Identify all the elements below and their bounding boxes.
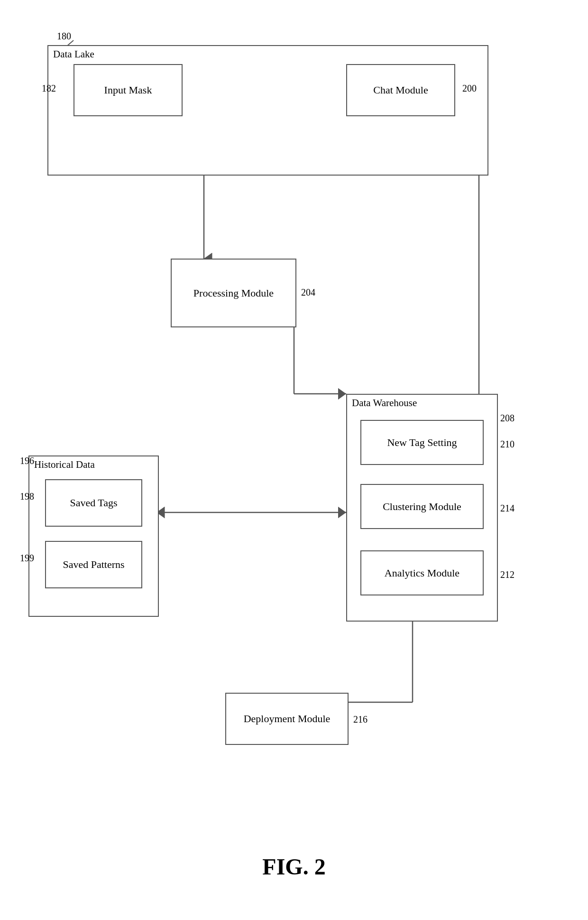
ref-200: 200 xyxy=(462,83,477,94)
ref-212: 212 xyxy=(500,569,514,580)
ref-198: 198 xyxy=(20,491,34,502)
diagram-container: 180 Data Lake 182 Input Mask Chat Module… xyxy=(0,0,588,920)
ref-214: 214 xyxy=(500,503,514,514)
deployment-module-box: Deployment Module xyxy=(225,693,349,745)
chat-module-box: Chat Module xyxy=(346,64,455,116)
clustering-module-box: Clustering Module xyxy=(360,484,484,529)
processing-module-box: Processing Module xyxy=(171,259,296,327)
input-mask-box: Input Mask xyxy=(74,64,183,116)
saved-patterns-box: Saved Patterns xyxy=(45,541,142,588)
new-tag-setting-label: New Tag Setting xyxy=(387,437,457,449)
chat-module-label: Chat Module xyxy=(373,84,428,96)
saved-tags-label: Saved Tags xyxy=(70,497,117,509)
ref-182: 182 xyxy=(42,83,56,94)
figure-label: FIG. 2 xyxy=(0,854,588,880)
ref-196: 196 xyxy=(20,455,34,466)
data-lake-label: Data Lake xyxy=(53,48,94,60)
ref-204: 204 xyxy=(301,287,315,298)
ref-180: 180 xyxy=(57,31,71,42)
input-mask-label: Input Mask xyxy=(104,84,152,96)
ref-210: 210 xyxy=(500,439,514,450)
ref-208: 208 xyxy=(500,413,514,424)
ref-216: 216 xyxy=(353,714,368,725)
processing-module-label: Processing Module xyxy=(193,287,274,299)
analytics-module-label: Analytics Module xyxy=(385,567,459,579)
new-tag-setting-box: New Tag Setting xyxy=(360,420,484,465)
historical-data-label: Historical Data xyxy=(34,459,95,471)
saved-tags-box: Saved Tags xyxy=(45,479,142,527)
deployment-module-label: Deployment Module xyxy=(244,713,331,725)
clustering-module-label: Clustering Module xyxy=(383,501,461,513)
analytics-module-box: Analytics Module xyxy=(360,550,484,595)
data-warehouse-label: Data Warehouse xyxy=(352,397,417,409)
saved-patterns-label: Saved Patterns xyxy=(63,558,124,571)
ref-199: 199 xyxy=(20,553,34,564)
